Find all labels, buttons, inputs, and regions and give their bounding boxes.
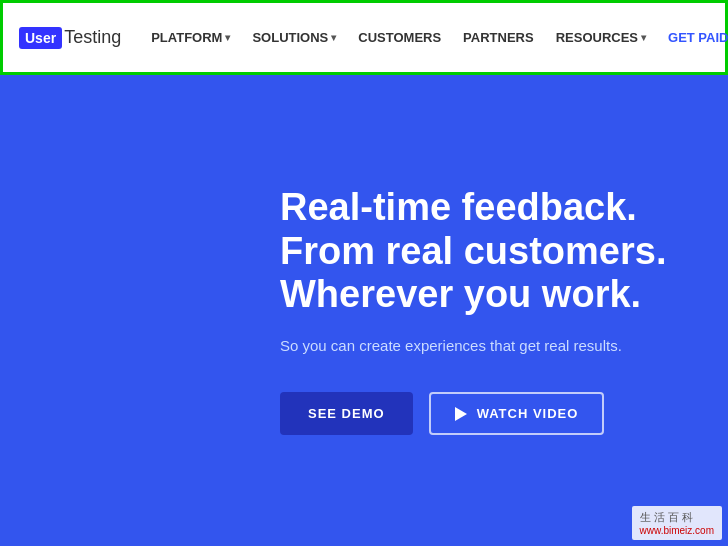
watermark: 生 活 百 科 www.bimeiz.com	[632, 506, 722, 540]
watermark-url: www.bimeiz.com	[640, 525, 714, 536]
navbar: User Testing PLATFORM ▾ SOLUTIONS ▾ CUST…	[0, 0, 728, 75]
logo[interactable]: User Testing	[19, 27, 121, 49]
hero-buttons: SEE DEMO WATCH VIDEO	[280, 392, 668, 435]
nav-links: PLATFORM ▾ SOLUTIONS ▾ CUSTOMERS PARTNER…	[151, 30, 728, 45]
nav-get-paid[interactable]: GET PAID TO TEST	[668, 30, 728, 45]
hero-section: Real-time feedback. From real customers.…	[0, 75, 728, 546]
chevron-down-icon: ▾	[641, 32, 646, 43]
watch-video-button[interactable]: WATCH VIDEO	[429, 392, 605, 435]
hero-headline: Real-time feedback. From real customers.…	[280, 186, 668, 317]
nav-partners[interactable]: PARTNERS	[463, 30, 534, 45]
chevron-down-icon: ▾	[225, 32, 230, 43]
nav-solutions[interactable]: SOLUTIONS ▾	[252, 30, 336, 45]
nav-customers[interactable]: CUSTOMERS	[358, 30, 441, 45]
logo-user-part: User	[19, 27, 62, 49]
nav-platform[interactable]: PLATFORM ▾	[151, 30, 230, 45]
logo-testing-part: Testing	[64, 27, 121, 48]
chevron-down-icon: ▾	[331, 32, 336, 43]
play-icon	[455, 407, 467, 421]
see-demo-button[interactable]: SEE DEMO	[280, 392, 413, 435]
watermark-chinese: 生 活 百 科	[640, 510, 714, 525]
hero-subtext: So you can create experiences that get r…	[280, 335, 668, 356]
nav-resources[interactable]: RESOURCES ▾	[556, 30, 646, 45]
